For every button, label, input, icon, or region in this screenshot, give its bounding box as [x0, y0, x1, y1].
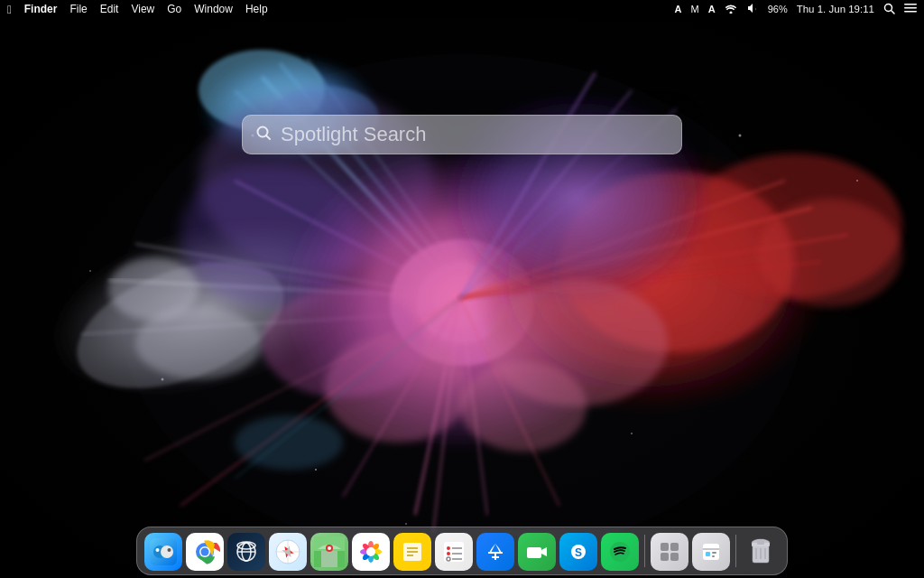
svg-line-60 [892, 10, 894, 13]
dock: S [136, 527, 788, 575]
dock-separator [644, 535, 645, 567]
menu-window[interactable]: Window [194, 3, 233, 15]
dock-app-maps[interactable] [310, 533, 348, 571]
dock-app-reminders[interactable] [435, 533, 473, 571]
svg-point-53 [631, 433, 633, 434]
svg-rect-119 [670, 543, 679, 551]
svg-point-117 [610, 542, 630, 562]
menubar:  Finder File Edit View Go Window Help A… [0, 0, 924, 18]
menu-go[interactable]: Go [167, 3, 181, 15]
dock-app-safari[interactable] [269, 533, 307, 571]
svg-point-8 [135, 307, 262, 379]
dock-container: S [136, 527, 788, 575]
battery-status: 96% [768, 4, 788, 14]
svg-rect-126 [712, 555, 715, 557]
svg-point-51 [315, 469, 317, 471]
menu-edit[interactable]: Edit [100, 3, 119, 15]
svg-point-48 [235, 415, 343, 470]
svg-rect-114 [527, 547, 541, 558]
svg-point-107 [447, 552, 450, 555]
dock-app-facetime[interactable] [518, 533, 556, 571]
svg-point-70 [168, 548, 171, 552]
svg-rect-61 [904, 4, 917, 5]
dock-app-launchpad[interactable] [227, 533, 265, 571]
svg-point-68 [161, 545, 173, 558]
dock-app-1[interactable] [651, 533, 688, 571]
menu-file[interactable]: File [69, 3, 87, 15]
svg-rect-124 [706, 552, 710, 556]
svg-point-69 [156, 548, 160, 552]
apple-menu[interactable]:  [7, 3, 12, 16]
spotlight-input[interactable] [281, 123, 669, 146]
svg-rect-62 [904, 7, 917, 9]
desktop:  Finder File Edit View Go Window Help A… [0, 0, 924, 578]
dock-app-chrome[interactable] [186, 533, 224, 571]
dock-app-notes[interactable] [393, 533, 431, 571]
svg-point-36 [758, 199, 902, 307]
svg-point-47 [487, 280, 668, 406]
svg-text:S: S [575, 546, 582, 559]
status-icon-A1[interactable]: A [675, 4, 682, 14]
datetime: Thu 1. Jun 19:11 [797, 4, 874, 14]
menu-view[interactable]: View [131, 3, 154, 15]
svg-point-89 [328, 546, 331, 550]
svg-marker-115 [541, 547, 547, 556]
dock-separator-2 [735, 535, 736, 567]
spotlight-container [242, 115, 682, 154]
dock-app-trash[interactable] [742, 533, 780, 571]
dock-app-finder[interactable] [144, 533, 182, 571]
svg-point-46 [262, 289, 424, 397]
svg-point-56 [89, 270, 91, 272]
svg-rect-118 [661, 543, 669, 551]
svg-rect-63 [904, 11, 917, 13]
spotlight-box[interactable] [242, 115, 682, 154]
dock-app-skype[interactable]: S [559, 533, 597, 571]
dock-app-photos[interactable] [352, 533, 390, 571]
wifi-icon[interactable] [725, 3, 737, 15]
app-name[interactable]: Finder [24, 3, 58, 15]
status-icon-M[interactable]: M [691, 4, 699, 14]
search-menubar-icon[interactable] [883, 3, 895, 16]
svg-rect-121 [670, 553, 679, 561]
svg-point-55 [856, 180, 858, 182]
svg-rect-122 [703, 544, 719, 560]
svg-line-65 [267, 136, 271, 140]
menubar-right: A M A 96% Thu 1. Jun 19:11 [675, 3, 917, 16]
menu-list-icon[interactable] [904, 3, 917, 15]
svg-rect-125 [712, 552, 716, 554]
menubar-left:  Finder File Edit View Go Window Help [7, 3, 268, 16]
menu-help[interactable]: Help [245, 3, 268, 15]
svg-point-57 [405, 523, 407, 525]
svg-rect-87 [321, 551, 337, 567]
svg-point-52 [162, 378, 164, 381]
svg-point-105 [447, 546, 450, 550]
spotlight-search-icon [255, 125, 272, 144]
dock-app-appstore[interactable] [476, 533, 514, 571]
status-icon-A2[interactable]: A [708, 4, 716, 14]
wallpaper [0, 0, 924, 578]
svg-rect-130 [757, 539, 764, 545]
svg-point-99 [366, 547, 375, 556]
svg-point-54 [739, 135, 742, 137]
svg-point-74 [201, 548, 209, 556]
dock-app-2[interactable] [692, 533, 730, 571]
dock-app-spotify[interactable] [601, 533, 639, 571]
volume-icon[interactable] [746, 3, 759, 15]
svg-rect-120 [661, 553, 669, 561]
